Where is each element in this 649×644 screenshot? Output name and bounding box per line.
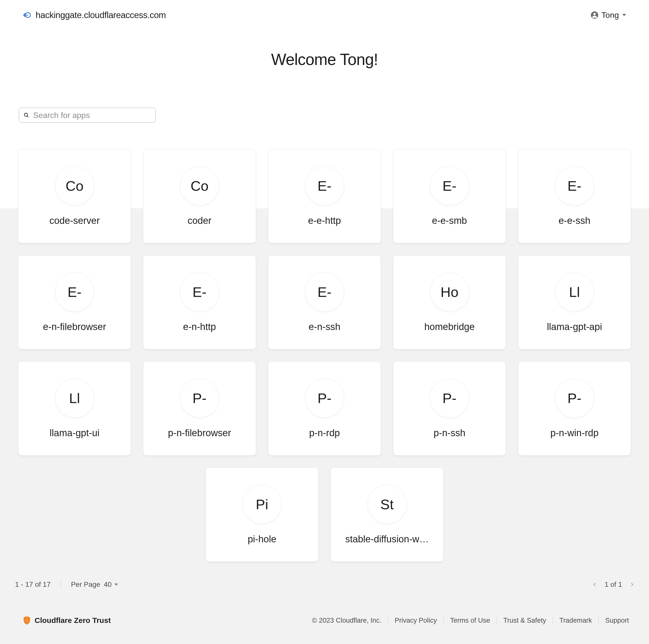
search-input[interactable] [33, 111, 151, 120]
page-info: 1 of 1 [605, 581, 622, 589]
app-card[interactable]: Llllama-gpt-api [518, 255, 631, 349]
chevron-left-icon [592, 582, 598, 587]
user-name: Tong [602, 10, 619, 20]
chevron-down-icon [622, 13, 626, 17]
search-icon [24, 113, 29, 118]
user-avatar-icon [591, 11, 599, 19]
app-avatar: E- [305, 166, 344, 205]
app-name: e-e-ssh [559, 215, 591, 226]
divider [61, 581, 61, 588]
app-card[interactable]: Cocode-server [18, 149, 131, 243]
per-page-value: 40 [104, 581, 112, 589]
app-card[interactable]: P-p-n-win-rdp [518, 361, 631, 456]
app-name: p-n-rdp [309, 428, 340, 438]
header-brand[interactable]: hackinggate.cloudflareaccess.com [23, 10, 166, 20]
app-card[interactable]: Cocoder [143, 149, 256, 243]
app-avatar: P- [180, 379, 219, 418]
app-name: e-n-filebrowser [43, 321, 106, 332]
prev-page-button[interactable] [592, 581, 598, 588]
svg-point-3 [24, 113, 28, 117]
app-name: p-n-ssh [434, 428, 466, 438]
app-avatar: Co [180, 166, 219, 205]
app-name: llama-gpt-ui [50, 428, 100, 438]
footer-brand: Cloudflare Zero Trust [23, 616, 111, 625]
app-name: homebridge [424, 321, 475, 332]
per-page-select[interactable]: 40 [104, 581, 118, 589]
per-page-label: Per Page [71, 581, 100, 589]
footer-link[interactable]: Privacy Policy [388, 617, 444, 625]
shield-icon [23, 616, 31, 625]
app-card[interactable]: P-p-n-rdp [268, 361, 381, 456]
app-card[interactable]: Llllama-gpt-ui [18, 361, 131, 456]
app-name: p-n-filebrowser [168, 428, 231, 438]
app-name: code-server [49, 215, 100, 226]
svg-point-2 [593, 13, 596, 15]
app-card[interactable]: E-e-n-http [143, 255, 256, 349]
footer-link[interactable]: Support [599, 617, 629, 625]
user-menu[interactable]: Tong [591, 10, 626, 20]
app-avatar: Pi [243, 485, 282, 524]
app-name: p-n-win-rdp [550, 428, 599, 438]
app-card[interactable]: E-e-e-http [268, 149, 381, 243]
app-name: pi-hole [248, 534, 276, 545]
next-page-button[interactable] [629, 581, 635, 588]
app-avatar: Ll [555, 272, 594, 311]
app-avatar: St [368, 485, 406, 524]
app-name: coder [187, 215, 211, 226]
app-avatar: E- [305, 272, 344, 311]
app-avatar: P- [430, 379, 469, 418]
app-card[interactable]: E-e-n-filebrowser [18, 255, 131, 349]
app-name: e-e-smb [432, 215, 467, 226]
app-card[interactable]: E-e-e-ssh [518, 149, 631, 243]
footer-link[interactable]: Trademark [553, 617, 599, 625]
app-avatar: E- [430, 166, 469, 205]
chevron-right-icon [629, 582, 635, 587]
app-name: e-n-ssh [309, 321, 341, 332]
app-card[interactable]: E-e-e-smb [393, 149, 506, 243]
footer-copyright: © 2023 Cloudflare, Inc. [312, 617, 388, 625]
footer-link[interactable]: Terms of Use [444, 617, 497, 625]
footer-brand-text: Cloudflare Zero Trust [35, 616, 111, 625]
app-card[interactable]: Hohomebridge [393, 255, 506, 349]
app-name: stable-diffusion-w… [345, 534, 429, 545]
app-card[interactable]: Pipi-hole [206, 468, 318, 562]
app-card[interactable]: P-p-n-ssh [393, 361, 506, 456]
app-avatar: Co [55, 166, 94, 205]
app-avatar: P- [555, 379, 594, 418]
app-name: e-e-http [308, 215, 341, 226]
app-avatar: Ll [55, 379, 94, 418]
app-avatar: P- [305, 379, 344, 418]
svg-rect-6 [24, 620, 30, 621]
app-avatar: E- [180, 272, 219, 311]
app-avatar: E- [555, 166, 594, 205]
pager-range: 1 - 17 of 17 [15, 581, 51, 589]
app-name: llama-gpt-api [547, 321, 602, 332]
app-avatar: Ho [430, 272, 469, 311]
cloudflare-access-icon [23, 10, 32, 19]
app-avatar: E- [55, 272, 94, 311]
welcome-heading: Welcome Tong! [0, 50, 649, 69]
svg-line-4 [27, 116, 29, 118]
app-card[interactable]: Ststable-diffusion-w… [331, 468, 443, 562]
chevron-down-icon [114, 583, 118, 587]
app-card[interactable]: E-e-n-ssh [268, 255, 381, 349]
footer-link[interactable]: Trust & Safety [497, 617, 553, 625]
access-domain: hackinggate.cloudflareaccess.com [36, 10, 166, 20]
app-card[interactable]: P-p-n-filebrowser [143, 361, 256, 456]
app-name: e-n-http [183, 321, 216, 332]
